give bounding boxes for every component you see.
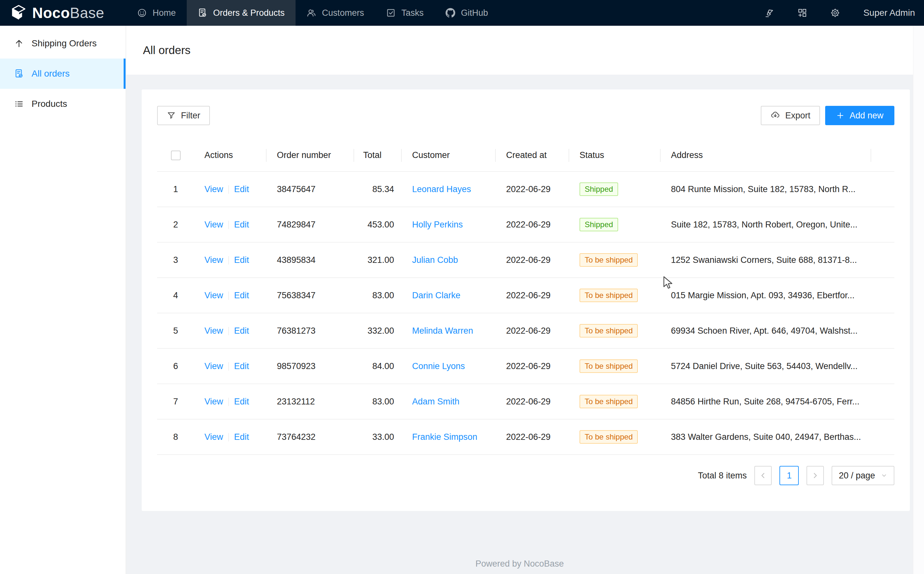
nav-tab-label: Customers	[322, 8, 364, 18]
prev-page-button[interactable]	[754, 466, 772, 485]
column-header-created-at: Created at	[496, 139, 569, 172]
highlighter-icon[interactable]	[763, 6, 776, 19]
page-number-1[interactable]: 1	[779, 466, 799, 485]
customer-link[interactable]: Adam Smith	[412, 397, 460, 406]
address-cell: Suite 182, 15783, North Robert, Oregon, …	[661, 207, 871, 242]
edit-link[interactable]: Edit	[234, 432, 249, 442]
edit-link[interactable]: Edit	[234, 255, 249, 265]
cloud-download-icon	[771, 111, 780, 120]
order-number-cell: 23132112	[267, 384, 354, 419]
action-divider	[228, 185, 229, 194]
column-header-order-number: Order number	[267, 139, 354, 172]
customer-link[interactable]: Melinda Warren	[412, 326, 473, 336]
scrollbar[interactable]	[913, 26, 924, 574]
action-divider	[228, 292, 229, 300]
status-cell: To be shipped	[569, 384, 661, 419]
actions-cell: ViewEdit	[194, 278, 267, 313]
customer-cell: Connie Lyons	[402, 348, 496, 384]
nav-tab-label: GitHub	[461, 8, 488, 18]
status-badge: To be shipped	[580, 360, 638, 373]
table-row: 2 ViewEdit 74829847 453.00 Holly Perkins…	[157, 207, 894, 242]
order-number-cell: 98570923	[267, 348, 354, 384]
sidebar-item-all-orders[interactable]: All orders	[0, 58, 126, 89]
view-link[interactable]: View	[204, 184, 223, 194]
address-cell: 804 Runte Mission, Suite 182, 15783, Nor…	[661, 172, 871, 207]
nav-tab-home[interactable]: Home	[126, 0, 187, 26]
nav-tab-github[interactable]: GitHub	[434, 0, 499, 26]
sidebar-item-products[interactable]: Products	[0, 89, 126, 119]
total-cell: 83.00	[354, 384, 402, 419]
select-all-checkbox[interactable]	[171, 151, 181, 160]
page-header: All orders	[126, 26, 924, 75]
row-index: 5	[157, 313, 194, 348]
customer-link[interactable]: Frankie Simpson	[412, 432, 477, 442]
actions-cell: ViewEdit	[194, 172, 267, 207]
view-link[interactable]: View	[204, 397, 223, 406]
customer-cell: Julian Cobb	[402, 242, 496, 278]
order-number-cell: 38475647	[267, 172, 354, 207]
table-row: 4 ViewEdit 75638347 83.00 Darin Clarke 2…	[157, 278, 894, 313]
edit-link[interactable]: Edit	[234, 184, 249, 194]
view-link[interactable]: View	[204, 290, 223, 300]
edit-link[interactable]: Edit	[234, 397, 249, 406]
action-divider	[228, 256, 229, 265]
view-link[interactable]: View	[204, 326, 223, 336]
status-badge: Shipped	[580, 218, 618, 231]
customer-link[interactable]: Julian Cobb	[412, 255, 458, 265]
total-cell: 84.00	[354, 348, 402, 384]
status-cell: To be shipped	[569, 419, 661, 455]
customer-link[interactable]: Leonard Hayes	[412, 184, 471, 194]
file-done-icon	[198, 8, 207, 18]
customer-link[interactable]: Connie Lyons	[412, 361, 465, 371]
table-row: 7 ViewEdit 23132112 83.00 Adam Smith 202…	[157, 384, 894, 419]
orders-card: Filter Export	[142, 90, 910, 511]
add-new-button[interactable]: Add new	[825, 106, 894, 125]
page-size-select[interactable]: 20 / page	[832, 466, 894, 485]
powered-by-footer: Powered by NocoBase	[126, 559, 913, 569]
status-badge: To be shipped	[580, 253, 638, 267]
customer-link[interactable]: Holly Perkins	[412, 220, 463, 229]
view-link[interactable]: View	[204, 255, 223, 265]
app-window: NocoBase Home	[0, 0, 924, 574]
order-number-cell: 75638347	[267, 278, 354, 313]
nav-tab-tasks[interactable]: Tasks	[375, 0, 434, 26]
nav-tab-customers[interactable]: Customers	[295, 0, 375, 26]
edit-link[interactable]: Edit	[234, 290, 249, 300]
nav-tabs: Home Orders & Products	[126, 0, 499, 26]
created-at-cell: 2022-06-29	[496, 348, 569, 384]
nocobase-logo[interactable]: NocoBase	[0, 4, 126, 22]
empty-cell	[871, 348, 894, 384]
table-toolbar: Filter Export	[157, 106, 894, 125]
row-index: 8	[157, 419, 194, 455]
nav-tab-label: Orders & Products	[213, 8, 284, 18]
github-icon	[445, 8, 455, 18]
export-button[interactable]: Export	[761, 106, 820, 125]
edit-link[interactable]: Edit	[234, 326, 249, 336]
sidebar-item-shipping-orders[interactable]: Shipping Orders	[0, 28, 126, 58]
created-at-cell: 2022-06-29	[496, 242, 569, 278]
navbar-right: Super Admin	[763, 6, 924, 19]
order-number-cell: 76381273	[267, 313, 354, 348]
chevron-down-icon	[881, 472, 887, 479]
empty-cell	[871, 313, 894, 348]
view-link[interactable]: View	[204, 432, 223, 442]
row-index: 2	[157, 207, 194, 242]
view-link[interactable]: View	[204, 220, 223, 229]
page-title: All orders	[143, 44, 191, 57]
row-index: 7	[157, 384, 194, 419]
edit-link[interactable]: Edit	[234, 361, 249, 371]
user-menu[interactable]: Super Admin	[864, 8, 915, 18]
appstore-add-icon[interactable]	[796, 6, 809, 19]
edit-link[interactable]: Edit	[234, 220, 249, 229]
next-page-button[interactable]	[807, 466, 824, 485]
table-row: 5 ViewEdit 76381273 332.00 Melinda Warre…	[157, 313, 894, 348]
view-link[interactable]: View	[204, 361, 223, 371]
filter-button[interactable]: Filter	[157, 106, 210, 125]
settings-gear-icon[interactable]	[829, 6, 842, 19]
customer-cell: Adam Smith	[402, 384, 496, 419]
order-number-cell: 74829847	[267, 207, 354, 242]
status-cell: To be shipped	[569, 242, 661, 278]
order-number-cell: 43895834	[267, 242, 354, 278]
customer-link[interactable]: Darin Clarke	[412, 290, 460, 300]
nav-tab-orders-products[interactable]: Orders & Products	[187, 0, 295, 26]
